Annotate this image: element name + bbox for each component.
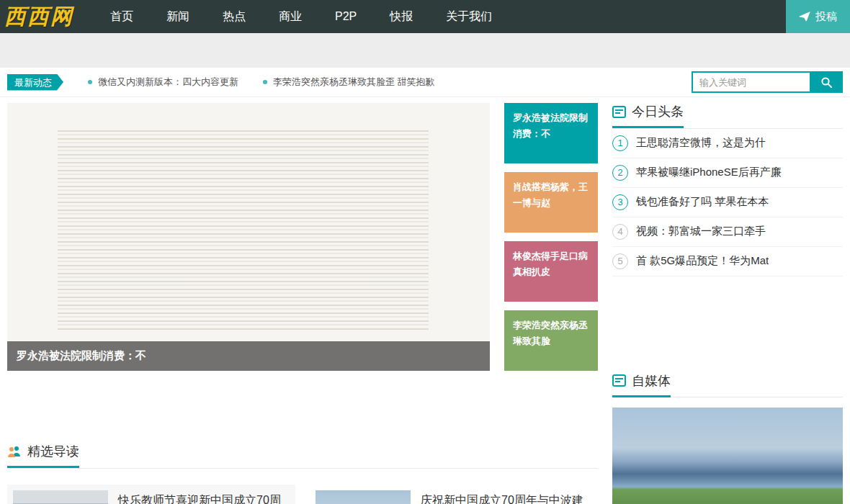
nav-item-about[interactable]: 关于我们 [429, 0, 509, 33]
ticker-items: 微信又内测新版本：四大内容更新 李荣浩突然亲杨丞琳致其脸歪 甜笑抱歉 [88, 76, 435, 89]
articles-row: 快乐教师节喜迎新中国成立70周年 庆祝新中国成立70周年与中波建交70周年 [7, 485, 598, 504]
featured-reads-section: 精选导读 快乐教师节喜迎新中国成立70周年 庆祝新中国成立70周年与中波建交70… [7, 443, 598, 504]
ticker-link-text: 微信又内测新版本：四大内容更新 [98, 76, 238, 89]
headline-text: 王思聪清空微博，这是为什 [636, 136, 766, 150]
media-title: 自媒体 [632, 372, 671, 390]
bullet-dot-icon [88, 80, 92, 84]
ticker-link[interactable]: 微信又内测新版本：四大内容更新 [88, 76, 238, 89]
article-card[interactable]: 庆祝新中国成立70周年与中波建交70周年 [310, 485, 598, 504]
submit-button[interactable]: 投稿 [786, 0, 850, 33]
story-tiles: 罗永浩被法院限制消费：不 肖战搭档杨紫，王一博与赵 林俊杰得手足口病真相扒皮 李… [504, 103, 598, 371]
story-tile[interactable]: 肖战搭档杨紫，王一博与赵 [504, 172, 598, 233]
media-section: 自媒体 [612, 372, 843, 504]
nav-item-express[interactable]: 快报 [373, 0, 429, 33]
article-title: 快乐教师节喜迎新中国成立70周年 [118, 492, 290, 504]
article-title: 庆祝新中国成立70周年与中波建交70周年 [421, 492, 592, 504]
nav-item-home[interactable]: 首页 [94, 0, 150, 33]
headline-text: 视频：郭富城一家三口牵手 [636, 225, 766, 238]
top-strip [0, 33, 850, 68]
rank-badge: 3 [612, 194, 628, 210]
right-column: 今日头条 1 王思聪清空微博，这是为什 2 苹果被曝继iPhoneSE后再产廉 … [612, 103, 843, 504]
ticker-link-text: 李荣浩突然亲杨丞琳致其脸歪 甜笑抱歉 [273, 76, 435, 89]
ticker-link[interactable]: 李荣浩突然亲杨丞琳致其脸歪 甜笑抱歉 [263, 76, 435, 89]
rank-badge: 4 [612, 224, 628, 240]
submit-label: 投稿 [815, 10, 837, 24]
featured-caption: 罗永浩被法院限制消费：不 [7, 341, 490, 371]
media-story-image[interactable] [612, 408, 843, 504]
left-column: 罗永浩被法院限制消费：不 罗永浩被法院限制消费：不 肖战搭档杨紫，王一博与赵 林… [7, 103, 598, 504]
headline-item[interactable]: 2 苹果被曝继iPhoneSE后再产廉 [612, 158, 843, 188]
logo[interactable]: 西西网 [0, 0, 84, 33]
main-nav: 首页 新闻 热点 商业 P2P 快报 关于我们 [94, 0, 509, 33]
article-card[interactable]: 快乐教师节喜迎新中国成立70周年 [7, 485, 295, 504]
reads-header: 精选导读 [7, 443, 598, 469]
search-box [692, 71, 843, 93]
headline-item[interactable]: 5 首 款5G爆品预定！华为Mat [612, 247, 843, 276]
story-tile[interactable]: 罗永浩被法院限制消费：不 [504, 103, 598, 163]
story-tile[interactable]: 李荣浩突然亲杨丞琳致其脸 [504, 310, 598, 371]
newspaper-icon [612, 374, 626, 387]
search-icon [820, 76, 833, 89]
nav-item-p2p[interactable]: P2P [318, 0, 373, 33]
story-tile[interactable]: 林俊杰得手足口病真相扒皮 [504, 241, 598, 302]
featured-story[interactable]: 罗永浩被法院限制消费：不 [7, 103, 490, 371]
search-input[interactable] [692, 71, 810, 93]
rank-badge: 1 [612, 135, 628, 151]
article-thumbnail [13, 490, 108, 504]
headlines-title: 今日头条 [632, 103, 684, 120]
people-icon [7, 445, 22, 458]
article-thumbnail [316, 490, 411, 504]
rank-badge: 2 [612, 165, 628, 181]
navbar: 西西网 首页 新闻 热点 商业 P2P 快报 关于我们 投稿 [0, 0, 850, 33]
headlines-header: 今日头条 [612, 103, 843, 129]
main-content: 罗永浩被法院限制消费：不 罗永浩被法院限制消费：不 肖战搭档杨紫，王一博与赵 林… [7, 103, 843, 504]
search-button[interactable] [810, 71, 843, 93]
rank-badge: 5 [612, 253, 628, 269]
media-header: 自媒体 [612, 372, 843, 398]
latest-badge: 最新动态 [7, 74, 63, 91]
headline-item[interactable]: 1 王思聪清空微博，这是为什 [612, 129, 843, 158]
nav-item-business[interactable]: 商业 [262, 0, 318, 33]
bullet-dot-icon [263, 80, 267, 84]
newspaper-icon [612, 106, 626, 118]
featured-image [58, 130, 429, 331]
nav-item-hot[interactable]: 热点 [206, 0, 262, 33]
headline-text: 苹果被曝继iPhoneSE后再产廉 [636, 166, 782, 179]
headline-text: 钱包准备好了吗 苹果在本本 [636, 195, 769, 209]
headline-item[interactable]: 3 钱包准备好了吗 苹果在本本 [612, 188, 843, 217]
news-ticker: 最新动态 微信又内测新版本：四大内容更新 李荣浩突然亲杨丞琳致其脸歪 甜笑抱歉 [0, 68, 850, 97]
headlines-list: 1 王思聪清空微博，这是为什 2 苹果被曝继iPhoneSE后再产廉 3 钱包准… [612, 129, 843, 276]
headline-item[interactable]: 4 视频：郭富城一家三口牵手 [612, 217, 843, 247]
paper-plane-icon [799, 11, 810, 22]
nav-item-news[interactable]: 新闻 [150, 0, 206, 33]
reads-title: 精选导读 [27, 443, 79, 460]
headline-text: 首 款5G爆品预定！华为Mat [636, 254, 769, 268]
